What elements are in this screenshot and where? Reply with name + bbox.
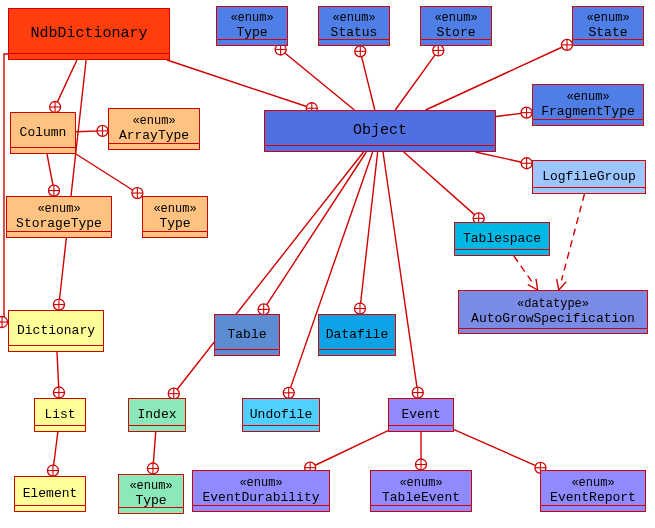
- stereotype-label: «enum»: [153, 203, 196, 216]
- stereotype-label: «enum»: [239, 477, 282, 490]
- uml-box-datafile: Datafile: [318, 314, 396, 356]
- svg-line-0: [56, 60, 77, 106]
- svg-line-28: [361, 53, 375, 110]
- uml-box-logfilegroup: LogfileGroup: [532, 160, 646, 194]
- svg-point-95: [416, 459, 427, 470]
- uml-box-ndbdictionary: NdbDictionary: [8, 8, 170, 60]
- uml-box-event: Event: [388, 398, 454, 432]
- svg-line-78: [57, 352, 59, 391]
- edge-column-to-enum_type_orange: [76, 154, 143, 199]
- class-name: Undofile: [250, 407, 312, 423]
- svg-line-20: [76, 154, 136, 192]
- svg-line-72: [514, 256, 532, 282]
- class-name: Status: [331, 25, 378, 41]
- edge-dictionary-to-list: [53, 352, 64, 398]
- svg-line-40: [496, 113, 525, 117]
- uml-box-object: Object: [264, 110, 496, 152]
- uml-box-element: Element: [14, 476, 86, 512]
- class-name: Type: [135, 493, 166, 509]
- svg-point-9: [53, 299, 64, 310]
- class-name: Tablespace: [463, 231, 541, 247]
- svg-point-17: [48, 185, 59, 196]
- edge-ndbdictionary-to-column: [50, 60, 77, 113]
- class-name: EventReport: [550, 490, 636, 506]
- stereotype-label: «datatype»: [517, 298, 589, 311]
- stereotype-label: «enum»: [132, 115, 175, 128]
- class-name: State: [588, 25, 627, 41]
- svg-point-41: [521, 107, 532, 118]
- edge-logfilegroup-to-autogrow: [557, 194, 585, 290]
- stereotype-label: «enum»: [566, 91, 609, 104]
- class-name: Dictionary: [17, 323, 95, 339]
- stereotype-label: «enum»: [230, 12, 273, 25]
- svg-line-12: [76, 131, 101, 132]
- svg-point-61: [283, 387, 294, 398]
- uml-box-enum_type_top: «enum»Type: [216, 6, 288, 46]
- svg-line-8: [59, 60, 86, 303]
- edge-tablespace-to-autogrow: [514, 256, 538, 290]
- uml-box-enum_arraytype: «enum»ArrayType: [108, 108, 200, 150]
- uml-box-column: Column: [10, 112, 76, 154]
- edge-object-to-undofile: [283, 152, 372, 398]
- edge-object-to-index: [168, 152, 363, 399]
- edge-object-to-enum_fragmenttype: [496, 107, 532, 118]
- uml-box-enum_eventdurab: «enum»EventDurability: [192, 470, 330, 512]
- uml-box-dictionary: Dictionary: [8, 310, 104, 352]
- uml-box-list: List: [34, 398, 86, 432]
- svg-point-65: [412, 387, 423, 398]
- edge-object-to-datafile: [354, 152, 377, 314]
- svg-point-102: [0, 317, 8, 328]
- edge-event-to-enum_eventreport: [454, 430, 546, 474]
- svg-point-79: [53, 387, 64, 398]
- svg-line-76: [557, 279, 559, 290]
- svg-line-44: [475, 152, 525, 163]
- stereotype-label: «enum»: [586, 12, 629, 25]
- svg-point-45: [521, 158, 532, 169]
- svg-point-33: [433, 45, 444, 56]
- edge-object-to-event: [383, 152, 423, 398]
- class-name: Table: [227, 327, 266, 343]
- svg-line-86: [153, 432, 156, 467]
- uml-box-enum_type_green: «enum»Type: [118, 474, 184, 514]
- uml-box-index: Index: [128, 398, 186, 432]
- stereotype-label: «enum»: [129, 480, 172, 493]
- svg-line-16: [47, 154, 54, 189]
- class-name: Object: [353, 122, 407, 140]
- class-name: StorageType: [16, 216, 102, 232]
- svg-point-83: [47, 465, 58, 476]
- class-name: List: [44, 407, 75, 423]
- edge-object-to-enum_type_top: [275, 44, 354, 110]
- class-name: Type: [236, 25, 267, 41]
- uml-box-autogrow: «datatype»AutoGrowSpecification: [458, 290, 648, 334]
- svg-line-68: [175, 152, 364, 392]
- svg-line-75: [561, 194, 584, 280]
- stereotype-label: «enum»: [37, 203, 80, 216]
- uml-box-enum_eventreport: «enum»EventReport: [540, 470, 646, 512]
- edge-object-to-enum_store: [395, 45, 444, 110]
- edge-event-to-enum_eventdurab: [305, 431, 388, 473]
- edge-object-to-tablespace: [404, 152, 484, 224]
- svg-point-13: [97, 125, 108, 136]
- class-name: Type: [159, 216, 190, 232]
- stereotype-label: «enum»: [571, 477, 614, 490]
- uml-box-enum_state: «enum»State: [572, 6, 644, 46]
- edge-column-to-enum_arraytype: [76, 125, 108, 136]
- edge-list-to-element: [47, 432, 58, 476]
- class-name: Event: [401, 407, 440, 423]
- svg-point-1: [50, 102, 61, 113]
- class-name: LogfileGroup: [542, 169, 636, 185]
- svg-point-37: [562, 39, 573, 50]
- edge-object-to-table: [258, 152, 366, 315]
- svg-point-87: [147, 463, 158, 474]
- svg-line-90: [312, 431, 388, 467]
- uml-box-enum_tableevent: «enum»TableEvent: [370, 470, 472, 512]
- class-name: Index: [137, 407, 176, 423]
- class-name: EventDurability: [202, 490, 319, 506]
- svg-line-82: [53, 432, 58, 469]
- uml-box-enum_type_orange: «enum»Type: [142, 196, 208, 238]
- edge-object-to-logfilegroup: [475, 152, 532, 169]
- uml-box-enum_fragmenttype: «enum»FragmentType: [532, 84, 644, 126]
- class-name: AutoGrowSpecification: [471, 311, 635, 327]
- class-name: NdbDictionary: [30, 25, 147, 43]
- svg-line-74: [536, 279, 538, 290]
